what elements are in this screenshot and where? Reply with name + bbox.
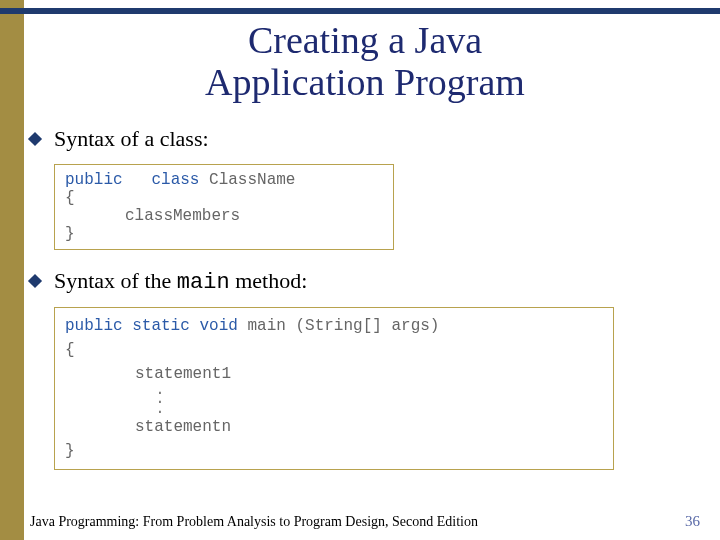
slide-footer: Java Programming: From Problem Analysis …: [30, 513, 700, 530]
code-main-signature: main (String[] args): [238, 317, 440, 335]
keyword-class: class: [151, 171, 199, 189]
code-close-brace-2: }: [65, 439, 603, 463]
slide-content: Creating a Java Application Program Synt…: [30, 20, 700, 510]
slide-title: Creating a Java Application Program: [30, 20, 700, 104]
title-line-1: Creating a Java: [248, 19, 482, 61]
code-members: classMembers: [65, 207, 383, 225]
code-statement-1: statement1: [65, 362, 603, 386]
bullet-2: Syntax of the main method:: [30, 268, 700, 295]
bullet-2-text: Syntax of the main method:: [54, 268, 307, 295]
bullet-2-mono: main: [177, 270, 230, 295]
keyword-public-static-void: public static void: [65, 317, 238, 335]
code-close-brace: }: [65, 225, 383, 243]
code-dot: .: [135, 405, 185, 415]
code-statement-n: statementn: [65, 415, 603, 439]
diamond-bullet-icon: [28, 132, 42, 146]
diamond-bullet-icon: [28, 274, 42, 288]
title-line-2: Application Program: [205, 61, 525, 103]
bullet-2-prefix: Syntax of the: [54, 268, 177, 293]
code-box-main-syntax: public static void main (String[] args) …: [54, 307, 614, 470]
bullet-1: Syntax of a class:: [30, 126, 700, 152]
top-accent-bar: [0, 8, 720, 14]
bullet-1-text: Syntax of a class:: [54, 126, 209, 152]
code-open-brace-2: {: [65, 338, 603, 362]
left-accent-bar: [0, 0, 24, 540]
bullet-2-suffix: method:: [230, 268, 308, 293]
code-open-brace: {: [65, 189, 383, 207]
code-classname: ClassName: [209, 171, 295, 189]
page-number: 36: [685, 513, 700, 530]
footer-text: Java Programming: From Problem Analysis …: [30, 514, 478, 530]
code-box-class-syntax: public class ClassName { classMembers }: [54, 164, 394, 250]
keyword-public: public: [65, 171, 123, 189]
